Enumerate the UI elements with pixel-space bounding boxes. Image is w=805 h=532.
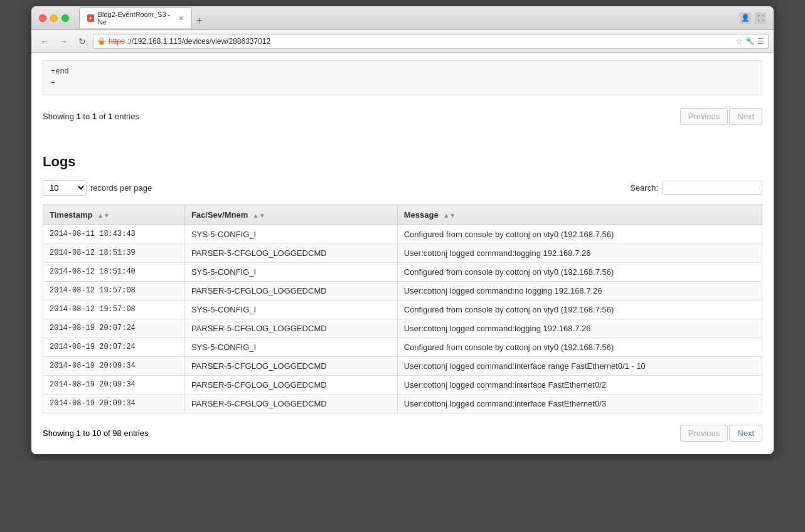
bottom-previous-button[interactable]: Previous xyxy=(680,425,728,442)
traffic-lights xyxy=(39,14,69,22)
row-6-timestamp: 2014-08-19 20:07:24 xyxy=(43,338,185,357)
search-label: Search: xyxy=(630,183,658,193)
row-5-timestamp: 2014-08-19 20:07:24 xyxy=(43,319,185,338)
code-line-1: +end xyxy=(51,66,754,78)
code-section: +end + xyxy=(43,60,762,95)
bottom-to: 10 xyxy=(92,428,101,438)
records-per-page-select[interactable]: 10 25 50 100 xyxy=(43,180,87,196)
back-button[interactable]: ← xyxy=(36,33,53,50)
top-to-text: to xyxy=(81,112,92,121)
search-input[interactable] xyxy=(662,181,762,195)
row-0-timestamp: 2014-08-11 18:43:43 xyxy=(43,225,185,244)
message-sort-icon[interactable]: ▲▼ xyxy=(443,212,456,219)
top-showing-text: Showing 1 to 1 of 1 entries xyxy=(43,112,139,121)
tab-label: Bldg2-EventRoom_S3 - Ne xyxy=(98,11,172,26)
col-header-timestamp: Timestamp ▲▼ xyxy=(43,205,185,225)
row-2-message: Configured from console by cottonj on vt… xyxy=(397,263,762,282)
row-4-timestamp: 2014-08-12 19:57:08 xyxy=(43,301,185,319)
table-row: 2014-08-12 18:51:39PARSER-5-CFGLOG_LOGGE… xyxy=(43,244,762,263)
row-3-timestamp: 2014-08-12 19:57:08 xyxy=(43,282,185,301)
row-8-timestamp: 2014-08-19 20:09:34 xyxy=(43,376,185,395)
url-path: ://192.168.1.113/devices/view/2886337012 xyxy=(127,37,270,46)
row-1-message: User:cottonj logged command:logging 192.… xyxy=(397,244,762,263)
bottom-showing-text: Showing 1 to 10 of 98 entries xyxy=(43,428,148,438)
row-8-message: User:cottonj logged command:interface Fa… xyxy=(397,376,762,395)
row-4-fac-sev-mnem: SYS-5-CONFIG_I xyxy=(184,301,397,319)
bottom-showing-label: Showing xyxy=(43,428,76,438)
records-per-page-group: 10 25 50 100 records per page xyxy=(43,180,152,196)
minimize-button[interactable] xyxy=(50,14,58,22)
top-previous-button[interactable]: Previous xyxy=(680,108,728,125)
top-pagination-row: Showing 1 to 1 of 1 entries Previous Nex… xyxy=(31,103,774,130)
table-row: 2014-08-19 20:09:34PARSER-5-CFGLOG_LOGGE… xyxy=(43,376,762,395)
row-3-message: User:cottonj logged command:no logging 1… xyxy=(397,282,762,301)
top-from: 1 xyxy=(76,112,80,121)
top-showing-label: Showing xyxy=(43,112,76,121)
row-8-fac-sev-mnem: PARSER-5-CFGLOG_LOGGEDCMD xyxy=(184,376,397,395)
close-button[interactable] xyxy=(39,14,46,22)
col-header-message: Message ▲▼ xyxy=(397,205,762,225)
row-1-fac-sev-mnem: PARSER-5-CFGLOG_LOGGEDCMD xyxy=(184,244,397,263)
row-9-timestamp: 2014-08-19 20:09:34 xyxy=(43,395,185,413)
bookmark-icon[interactable]: ☆ xyxy=(736,37,743,46)
row-2-fac-sev-mnem: SYS-5-CONFIG_I xyxy=(184,263,397,282)
row-0-message: Configured from console by cottonj on vt… xyxy=(397,225,762,244)
bottom-from: 1 xyxy=(76,428,80,438)
reload-button[interactable]: ↻ xyxy=(74,33,90,50)
table-header-row: Timestamp ▲▼ Fac/Sev/Mnem ▲▼ Message ▲▼ xyxy=(43,205,762,225)
menu-icon[interactable]: ☰ xyxy=(757,37,764,46)
maximize-button[interactable] xyxy=(61,14,69,22)
row-6-fac-sev-mnem: SYS-5-CONFIG_I xyxy=(184,338,397,357)
row-5-message: User:cottonj logged command:logging 192.… xyxy=(397,319,762,338)
row-3-fac-sev-mnem: PARSER-5-CFGLOG_LOGGEDCMD xyxy=(184,282,397,301)
records-label: records per page xyxy=(90,183,152,193)
row-9-fac-sev-mnem: PARSER-5-CFGLOG_LOGGEDCMD xyxy=(184,395,397,413)
code-line-2: + xyxy=(51,78,754,90)
forward-button[interactable]: → xyxy=(55,33,72,50)
address-bar[interactable]: 🔒 https ://192.168.1.113/devices/view/28… xyxy=(93,34,769,49)
top-to: 1 xyxy=(92,112,97,121)
top-pagination-buttons: Previous Next xyxy=(680,108,762,125)
table-row: 2014-08-19 20:09:34PARSER-5-CFGLOG_LOGGE… xyxy=(43,395,762,413)
tab-icon: ✦ xyxy=(87,14,94,22)
active-tab[interactable]: ✦ Bldg2-EventRoom_S3 - Ne ✕ xyxy=(79,8,192,28)
extension-icon[interactable]: 🔧 xyxy=(745,37,755,46)
user-icon[interactable]: 👤 xyxy=(740,13,751,24)
address-actions: ☆ 🔧 ☰ xyxy=(736,37,764,46)
fac-sort-icon[interactable]: ▲▼ xyxy=(253,212,265,219)
fullscreen-icon[interactable]: ⛶ xyxy=(755,13,766,24)
row-7-timestamp: 2014-08-19 20:09:34 xyxy=(43,357,185,376)
logs-controls-row: 10 25 50 100 records per page Search: xyxy=(31,176,774,200)
bottom-of-text: of xyxy=(101,428,112,438)
tab-close-icon[interactable]: ✕ xyxy=(178,14,184,23)
bottom-total: 98 xyxy=(112,428,121,438)
bottom-to-text: to xyxy=(81,428,92,438)
nav-bar: ← → ↻ 🔒 https ://192.168.1.113/devices/v… xyxy=(31,30,774,53)
bottom-pagination-buttons: Previous Next xyxy=(680,425,762,442)
table-row: 2014-08-11 18:43:43SYS-5-CONFIG_IConfigu… xyxy=(43,225,762,244)
row-9-message: User:cottonj logged command:interface Fa… xyxy=(397,395,762,413)
table-row: 2014-08-19 20:07:24PARSER-5-CFGLOG_LOGGE… xyxy=(43,319,762,338)
row-5-fac-sev-mnem: PARSER-5-CFGLOG_LOGGEDCMD xyxy=(184,319,397,338)
tab-bar: ✦ Bldg2-EventRoom_S3 - Ne ✕ + xyxy=(79,8,735,28)
bottom-pagination-row: Showing 1 to 10 of 98 entries Previous N… xyxy=(31,418,774,454)
table-row: 2014-08-12 19:57:08SYS-5-CONFIG_IConfigu… xyxy=(43,301,762,319)
table-row: 2014-08-12 19:57:08PARSER-5-CFGLOG_LOGGE… xyxy=(43,282,762,301)
logs-section-title: Logs xyxy=(31,142,774,176)
row-4-message: Configured from console by cottonj on vt… xyxy=(397,301,762,319)
top-of-text: of xyxy=(97,112,108,121)
top-next-button[interactable]: Next xyxy=(729,108,762,125)
row-1-timestamp: 2014-08-12 18:51:39 xyxy=(43,244,185,263)
row-0-fac-sev-mnem: SYS-5-CONFIG_I xyxy=(184,225,397,244)
bottom-next-button[interactable]: Next xyxy=(729,425,762,442)
table-row: 2014-08-12 18:51:40SYS-5-CONFIG_IConfigu… xyxy=(43,263,762,282)
timestamp-sort-icon[interactable]: ▲▼ xyxy=(97,212,110,219)
table-row: 2014-08-19 20:07:24SYS-5-CONFIG_IConfigu… xyxy=(43,338,762,357)
col-header-fac-sev-mnem: Fac/Sev/Mnem ▲▼ xyxy=(184,205,397,225)
table-row: 2014-08-19 20:09:34PARSER-5-CFGLOG_LOGGE… xyxy=(43,357,762,376)
row-7-fac-sev-mnem: PARSER-5-CFGLOG_LOGGEDCMD xyxy=(184,357,397,376)
row-7-message: User:cottonj logged command:interface ra… xyxy=(397,357,762,376)
new-tab-button[interactable]: + xyxy=(192,13,207,28)
row-6-message: Configured from console by cottonj on vt… xyxy=(397,338,762,357)
search-group: Search: xyxy=(630,181,762,195)
